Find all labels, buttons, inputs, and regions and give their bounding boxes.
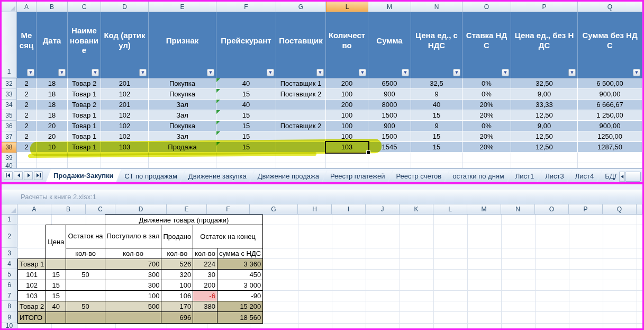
cell[interactable]: 300	[105, 270, 161, 280]
cell[interactable]: 30	[193, 270, 217, 280]
column-header-A[interactable]: A	[17, 204, 51, 214]
cell[interactable]	[66, 259, 105, 270]
cell[interactable]: 102	[101, 89, 149, 100]
cell[interactable]: 15	[216, 121, 276, 131]
filter-dropdown-button[interactable]: ▼	[58, 69, 66, 76]
column-header-O[interactable]: O	[535, 204, 569, 214]
row-header-33[interactable]: 33	[2, 89, 17, 100]
cell[interactable]: 900,00	[578, 121, 642, 131]
cell[interactable]: 50	[66, 270, 105, 280]
select-all-corner[interactable]	[2, 2, 17, 12]
cell[interactable]	[578, 163, 642, 168]
header-cell[interactable]: Поставщик▼	[276, 12, 326, 78]
cell[interactable]	[66, 312, 105, 324]
filter-dropdown-button[interactable]: ▼	[402, 69, 409, 76]
tabs-last-button[interactable]	[34, 171, 43, 180]
cell[interactable]	[326, 163, 368, 168]
cell[interactable]: 9	[411, 121, 462, 131]
cell[interactable]: 9,00	[511, 121, 578, 131]
row-header-40[interactable]: 40	[2, 163, 17, 168]
cell[interactable]: 15	[411, 131, 462, 142]
cell[interactable]: 102	[18, 280, 46, 291]
cell[interactable]	[276, 142, 326, 153]
column-header-D[interactable]: D	[101, 2, 149, 12]
cell[interactable]: Продано	[161, 225, 193, 248]
column-header-Q[interactable]: Q	[578, 2, 642, 12]
header-cell[interactable]: Сумма без НДС▼	[578, 12, 642, 78]
child-window-titlebar[interactable]: Расчеты к книге 2.xlsx:1	[2, 190, 642, 204]
cell[interactable]: 100	[326, 121, 368, 131]
cell[interactable]: 15	[411, 142, 462, 153]
cell[interactable]: 6500	[368, 78, 411, 89]
cell[interactable]: 102	[101, 110, 149, 121]
cell[interactable]	[66, 291, 105, 301]
cell[interactable]: 201	[101, 78, 149, 89]
cell[interactable]: 15	[216, 110, 276, 121]
cell[interactable]: 0%	[462, 78, 511, 89]
cell[interactable]: Остаток на конец	[193, 225, 263, 248]
tabs-prev-button[interactable]	[14, 171, 23, 180]
row-header-7[interactable]: 7	[2, 290, 17, 301]
column-header-A[interactable]: A	[17, 2, 37, 12]
row-header-39[interactable]: 39	[2, 153, 17, 163]
cell[interactable]: 40	[411, 100, 462, 110]
cell[interactable]: 32,5	[411, 78, 462, 89]
cell[interactable]	[216, 163, 276, 168]
cell[interactable]	[276, 110, 326, 121]
row-header-2[interactable]: 2	[2, 225, 17, 248]
filter-dropdown-button[interactable]: ▼	[267, 69, 274, 76]
cell[interactable]: 500	[105, 301, 161, 312]
column-header-P[interactable]: P	[569, 204, 603, 214]
cell[interactable]: 20%	[462, 110, 511, 121]
cell[interactable]: 18	[37, 100, 68, 110]
cell[interactable]: 18	[37, 89, 68, 100]
column-header-G[interactable]: G	[250, 204, 298, 214]
column-header-E[interactable]: E	[149, 2, 216, 12]
cell[interactable]: Товар 2	[18, 301, 46, 312]
cell[interactable]: кол-во	[105, 248, 161, 259]
row-header-38[interactable]: 38	[2, 142, 17, 153]
cell[interactable]: 15	[216, 89, 276, 100]
cell[interactable]: Движение товара (продажи)	[105, 215, 263, 225]
cell[interactable]: 100	[161, 280, 193, 291]
cell[interactable]: Товар 1	[68, 131, 101, 142]
sheet-tab-10[interactable]: Лист4	[568, 171, 601, 182]
cell[interactable]: 103	[101, 142, 149, 153]
cell[interactable]: 1500	[368, 131, 411, 142]
column-header-L[interactable]: L	[326, 2, 368, 12]
cell[interactable]: 320	[161, 270, 193, 280]
cell[interactable]: Поставщик 1	[276, 78, 326, 89]
row-header-6[interactable]: 6	[2, 280, 17, 290]
sheet-tab-11[interactable]: БДД	[597, 171, 619, 182]
cell[interactable]	[368, 153, 411, 163]
cell[interactable]	[462, 163, 511, 168]
cell[interactable]: 15	[46, 291, 66, 301]
cell[interactable]	[511, 163, 578, 168]
cell[interactable]: 2	[17, 89, 37, 100]
filter-dropdown-button[interactable]: ▼	[359, 69, 366, 76]
cell[interactable]: 33,33	[511, 100, 578, 110]
cell[interactable]: 20%	[462, 100, 511, 110]
cell[interactable]: 200	[326, 78, 368, 89]
row-header-8[interactable]: 8	[2, 301, 17, 311]
cell[interactable]	[578, 153, 642, 163]
cell[interactable]: 526	[161, 259, 193, 270]
cell[interactable]: Поступило в зал	[105, 225, 161, 248]
cell[interactable]	[46, 259, 66, 270]
cell[interactable]: 6 500,00	[578, 78, 642, 89]
cell[interactable]: 6 666,67	[578, 100, 642, 110]
cell[interactable]	[411, 153, 462, 163]
row-header-37[interactable]: 37	[2, 131, 17, 142]
cell[interactable]	[105, 312, 161, 324]
cell[interactable]	[66, 215, 105, 225]
header-cell[interactable]: Месяц▼	[17, 12, 37, 78]
filter-dropdown-button[interactable]: ▼	[502, 69, 509, 76]
row-header-1[interactable]: 1	[2, 215, 17, 225]
cell[interactable]: 200	[193, 280, 217, 291]
cell[interactable]: 101	[18, 270, 46, 280]
column-header-H[interactable]: H	[298, 204, 332, 214]
cell[interactable]: 2	[17, 131, 37, 142]
column-header-P[interactable]: P	[511, 2, 578, 12]
cell[interactable]: 32,50	[511, 78, 578, 89]
cell[interactable]: 300	[105, 280, 161, 291]
